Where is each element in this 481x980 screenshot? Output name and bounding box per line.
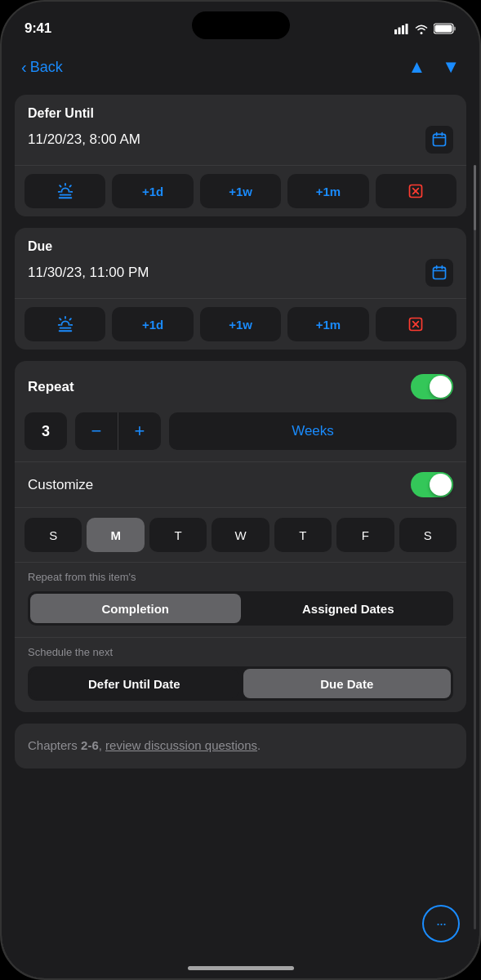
- schedule-next-label: Schedule the next: [28, 646, 453, 658]
- repeat-label: Repeat: [28, 379, 74, 395]
- sunrise-icon: [56, 182, 74, 200]
- more-options-icon: ···: [436, 915, 446, 933]
- scroll-indicator: [474, 165, 476, 929]
- svg-rect-7: [434, 134, 446, 145]
- svg-rect-0: [394, 29, 397, 34]
- due-quick-buttons: +1d +1w +1m: [15, 299, 466, 350]
- task-note-card: Chapters 2-6, review discussion question…: [15, 724, 466, 768]
- calendar-icon: [431, 131, 448, 148]
- clear-icon-2: [408, 316, 424, 332]
- defer-plus1w-button[interactable]: +1w: [200, 174, 281, 208]
- svg-rect-2: [402, 25, 404, 34]
- sunrise-icon-2: [56, 315, 74, 333]
- back-chevron-icon: ‹: [21, 58, 27, 77]
- task-note-suffix: .: [257, 738, 261, 752]
- task-note-prefix: Chapters: [28, 738, 81, 752]
- schedule-control: Defer Until Date Due Date: [28, 666, 453, 701]
- repeat-from-label: Repeat from this item's: [28, 571, 453, 583]
- svg-rect-3: [406, 24, 408, 34]
- due-label: Due: [28, 239, 453, 254]
- svg-rect-1: [399, 27, 401, 34]
- customize-toggle-knob: [430, 474, 452, 496]
- due-plus1m-button[interactable]: +1m: [287, 307, 368, 341]
- defer-until-date-option[interactable]: Defer Until Date: [30, 669, 238, 698]
- dynamic-island: [192, 11, 290, 39]
- svg-rect-14: [434, 267, 446, 278]
- back-label: Back: [30, 59, 63, 76]
- battery-icon: [434, 23, 457, 34]
- day-sun-button[interactable]: S: [24, 518, 82, 552]
- status-time: 9:41: [24, 20, 51, 37]
- defer-until-value: 11/20/23, 8:00 AM: [28, 131, 140, 148]
- day-fri-button[interactable]: F: [336, 518, 394, 552]
- task-note-link[interactable]: review discussion questions: [105, 738, 257, 752]
- repeat-toggle[interactable]: [411, 374, 453, 399]
- svg-rect-6: [435, 25, 452, 33]
- defer-until-section: Defer Until 11/20/23, 8:00 AM: [15, 95, 466, 165]
- repeat-toggle-knob: [430, 376, 452, 398]
- stepper-controls: − +: [75, 412, 161, 450]
- stepper-row: 3 − + Weeks: [15, 412, 466, 461]
- more-options-button[interactable]: ···: [422, 905, 460, 942]
- day-thu-button[interactable]: T: [274, 518, 332, 552]
- back-button[interactable]: ‹ Back: [21, 58, 63, 77]
- defer-plus1d-button[interactable]: +1d: [112, 174, 193, 208]
- due-calendar-button[interactable]: [425, 259, 453, 287]
- phone-frame: 9:41: [0, 0, 481, 980]
- content-scroll: Defer Until 11/20/23, 8:00 AM: [2, 88, 479, 978]
- due-value-row: 11/30/23, 11:00 PM: [28, 259, 453, 287]
- defer-plus1m-button[interactable]: +1m: [287, 174, 368, 208]
- decrement-button[interactable]: −: [75, 412, 118, 450]
- due-plus1w-button[interactable]: +1w: [200, 307, 281, 341]
- scroll-thumb: [474, 165, 476, 230]
- unit-button[interactable]: Weeks: [169, 412, 457, 450]
- days-row: S M T W T F S: [15, 507, 466, 562]
- defer-until-calendar-button[interactable]: [425, 126, 453, 154]
- calendar-icon-2: [431, 265, 448, 281]
- home-indicator: [188, 966, 294, 970]
- day-sat-button[interactable]: S: [399, 518, 457, 552]
- day-wed-button[interactable]: W: [212, 518, 269, 552]
- status-icons: [394, 23, 457, 34]
- nav-arrows: ▲ ▼: [408, 56, 460, 78]
- up-arrow-button[interactable]: ▲: [408, 56, 425, 78]
- defer-until-card: Defer Until 11/20/23, 8:00 AM: [15, 95, 466, 216]
- customize-toggle[interactable]: [411, 472, 453, 497]
- defer-until-label: Defer Until: [28, 106, 453, 121]
- due-date-option[interactable]: Due Date: [243, 669, 452, 698]
- stepper-value: 3: [24, 412, 67, 450]
- signal-icon: [394, 24, 409, 34]
- due-value: 11/30/23, 11:00 PM: [28, 265, 149, 281]
- due-sunrise-button[interactable]: [24, 307, 105, 341]
- repeat-card: Repeat 3 − + Weeks C: [15, 361, 466, 712]
- svg-rect-5: [454, 27, 457, 31]
- assigned-dates-option[interactable]: Assigned Dates: [243, 591, 454, 626]
- clear-icon: [408, 183, 424, 199]
- due-clear-button[interactable]: [376, 307, 457, 341]
- defer-sunrise-button[interactable]: [24, 174, 105, 208]
- due-plus1d-button[interactable]: +1d: [112, 307, 193, 341]
- wifi-icon: [414, 23, 429, 34]
- customize-label: Customize: [28, 477, 93, 493]
- nav-bar: ‹ Back ▲ ▼: [2, 46, 479, 88]
- schedule-next-section: Schedule the next Defer Until Date Due D…: [15, 637, 466, 712]
- repeat-from-control: Completion Assigned Dates: [28, 591, 453, 626]
- task-note-separator: ,: [99, 738, 105, 752]
- customize-row: Customize: [15, 461, 466, 507]
- day-mon-button[interactable]: M: [87, 518, 144, 552]
- task-note-bold: 2-6: [81, 738, 99, 752]
- repeat-from-section: Repeat from this item's Completion Assig…: [15, 562, 466, 637]
- day-tue-button[interactable]: T: [149, 518, 207, 552]
- phone-screen: 9:41: [2, 2, 479, 978]
- defer-quick-buttons: +1d +1w +1m: [15, 166, 466, 216]
- completion-option[interactable]: Completion: [30, 594, 241, 623]
- increment-button[interactable]: +: [118, 412, 161, 450]
- defer-until-value-row: 11/20/23, 8:00 AM: [28, 126, 453, 154]
- due-section: Due 11/30/23, 11:00 PM: [15, 228, 466, 298]
- down-arrow-button[interactable]: ▼: [442, 56, 460, 78]
- repeat-header: Repeat: [15, 361, 466, 412]
- defer-clear-button[interactable]: [376, 174, 457, 208]
- due-card: Due 11/30/23, 11:00 PM: [15, 228, 466, 350]
